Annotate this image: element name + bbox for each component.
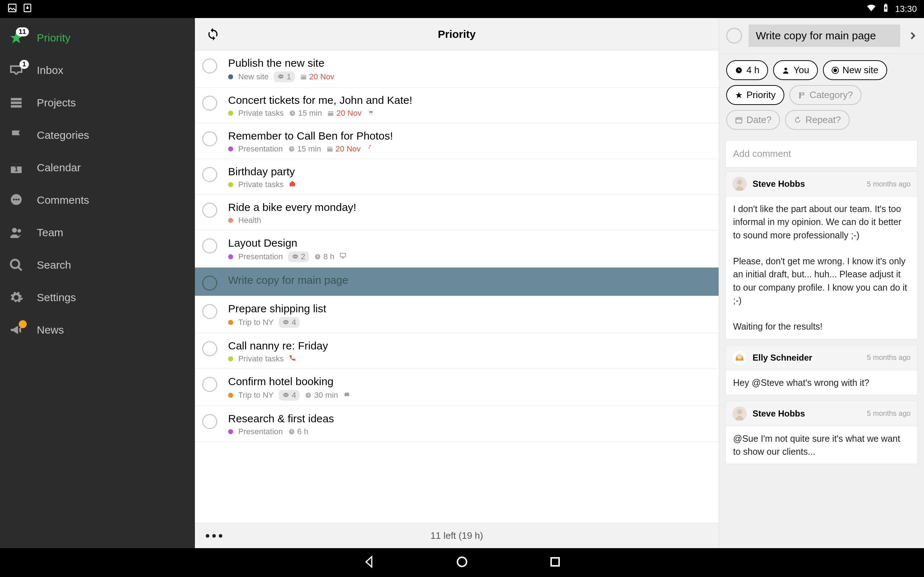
task-row[interactable]: Layout Design Presentation28 h xyxy=(195,230,719,268)
comment: Elly Schneider 5 months ago Hey @Steve w… xyxy=(725,345,918,395)
task-checkbox[interactable] xyxy=(202,203,217,218)
task-row[interactable]: Birthday party Private tasks xyxy=(195,159,719,195)
task-checkbox[interactable] xyxy=(202,95,217,111)
task-row[interactable]: Call nanny re: Friday Private tasks xyxy=(195,333,719,369)
task-title: Call nanny re: Friday xyxy=(228,340,711,352)
svg-point-42 xyxy=(287,395,287,395)
task-row[interactable]: Confirm hotel booking Trip to NY430 min xyxy=(195,369,719,406)
task-meta: Presentation15 min20 Nov xyxy=(228,144,711,154)
task-title: Research & first ideas xyxy=(228,413,711,425)
comment-header: Steve Hobbs 5 months ago xyxy=(726,401,917,426)
android-nav-bar xyxy=(0,548,924,577)
gallery-icon xyxy=(7,3,17,15)
task-row[interactable]: Ride a bike every monday! Health xyxy=(195,195,719,230)
project-dot xyxy=(228,393,233,398)
svg-point-13 xyxy=(18,199,19,200)
project-label: Trip to NY xyxy=(238,390,274,400)
comment-author: Elly Schneider xyxy=(753,353,812,363)
task-row[interactable]: Concert tickets for me, John and Kate! P… xyxy=(195,88,719,123)
chip-project[interactable]: New site xyxy=(823,60,887,80)
svg-point-36 xyxy=(284,322,285,322)
svg-point-53 xyxy=(737,354,742,359)
task-checkbox[interactable] xyxy=(202,239,217,253)
clock-icon: 6 h xyxy=(288,427,309,436)
sidebar-item-label: Search xyxy=(37,259,71,271)
add-comment-input[interactable]: Add comment xyxy=(725,140,918,168)
svg-point-40 xyxy=(284,395,285,395)
task-row[interactable]: Prepare shipping list Trip to NY4 xyxy=(195,296,719,333)
task-row[interactable]: Publish the new site New site120 Nov xyxy=(195,50,719,88)
clock-icon: 15 min xyxy=(288,144,321,154)
svg-point-41 xyxy=(286,395,286,395)
task-checkbox[interactable] xyxy=(202,414,217,429)
detail-checkbox[interactable] xyxy=(726,28,742,44)
task-checkbox[interactable] xyxy=(202,341,217,356)
chip-duration[interactable]: 4 h xyxy=(726,60,768,80)
sidebar-item-projects[interactable]: Projects xyxy=(0,87,195,119)
svg-point-45 xyxy=(347,396,349,397)
svg-point-32 xyxy=(296,256,297,257)
task-list: Publish the new site New site120 Nov Con… xyxy=(195,50,719,523)
svg-point-30 xyxy=(294,256,294,257)
chip-assignee[interactable]: You xyxy=(773,60,818,80)
svg-rect-4 xyxy=(11,98,22,101)
detail-header: Write copy for main page xyxy=(719,18,924,54)
task-row[interactable]: Research & first ideas Presentation6 h xyxy=(195,406,719,442)
task-checkbox[interactable] xyxy=(202,167,217,182)
sidebar-item-categories[interactable]: Categories xyxy=(0,119,195,152)
svg-point-37 xyxy=(286,322,286,322)
sidebar-item-news[interactable]: News xyxy=(0,314,195,346)
detail-title[interactable]: Write copy for main page xyxy=(749,24,900,47)
task-meta: Private tasks xyxy=(228,180,711,189)
nav-back-icon[interactable] xyxy=(362,555,376,570)
monitor-icon xyxy=(339,252,347,261)
project-dot xyxy=(228,111,233,116)
nav-recent-icon[interactable] xyxy=(548,555,562,570)
sidebar-item-comments[interactable]: Comments xyxy=(0,184,195,216)
task-meta: Trip to NY4 xyxy=(228,317,711,328)
battery-icon xyxy=(881,3,891,15)
task-row[interactable]: Remember to Call Ben for Photos! Present… xyxy=(195,123,719,159)
sidebar-item-team[interactable]: Team xyxy=(0,216,195,249)
task-row[interactable]: Write copy for main page xyxy=(195,268,719,296)
sidebar-item-settings[interactable]: Settings xyxy=(0,281,195,314)
sidebar-item-label: Calendar xyxy=(37,161,81,174)
svg-point-48 xyxy=(784,68,787,70)
sidebar-item-inbox[interactable]: 1 Inbox xyxy=(0,54,195,87)
collapse-arrow-icon[interactable] xyxy=(907,29,919,42)
task-checkbox[interactable] xyxy=(202,131,217,147)
home-icon xyxy=(289,180,296,189)
refresh-button[interactable] xyxy=(206,27,220,42)
sidebar-item-search[interactable]: Search xyxy=(0,249,195,281)
comment: Steve Hobbs 5 months ago @Sue I'm not qu… xyxy=(725,401,918,464)
overflow-menu-button[interactable] xyxy=(206,534,222,538)
project-label: Health xyxy=(238,216,261,225)
task-meta: Private tasks15 min20 Nov xyxy=(228,108,711,118)
project-label: Presentation xyxy=(238,252,283,261)
svg-rect-0 xyxy=(9,4,16,12)
team-icon xyxy=(8,224,24,241)
task-detail-panel: Write copy for main page 4 h You New sit… xyxy=(719,18,924,548)
badge: 11 xyxy=(16,27,29,36)
task-meta: Presentation6 h xyxy=(228,427,711,436)
chip-repeat[interactable]: Repeat? xyxy=(785,110,849,130)
chip-priority[interactable]: Priority xyxy=(726,85,784,105)
task-checkbox[interactable] xyxy=(202,377,217,392)
car-icon xyxy=(343,390,351,400)
comment-time: 5 months ago xyxy=(867,409,911,417)
chip-category[interactable]: Category? xyxy=(789,85,861,105)
comment-author: Steve Hobbs xyxy=(753,409,805,419)
svg-point-31 xyxy=(294,256,295,257)
nav-home-icon[interactable] xyxy=(455,555,469,570)
task-checkbox[interactable] xyxy=(202,276,217,291)
task-meta: Private tasks xyxy=(228,354,711,364)
task-checkbox[interactable] xyxy=(202,58,217,74)
task-checkbox[interactable] xyxy=(202,304,217,319)
svg-point-15 xyxy=(17,229,21,233)
svg-point-18 xyxy=(279,76,280,77)
avatar xyxy=(732,406,747,421)
sidebar-item-calendar[interactable]: 1 Calendar xyxy=(0,152,195,184)
chip-date[interactable]: Date? xyxy=(726,110,780,130)
sidebar-item-priority[interactable]: 11 Priority xyxy=(0,22,195,54)
project-dot xyxy=(228,218,233,223)
